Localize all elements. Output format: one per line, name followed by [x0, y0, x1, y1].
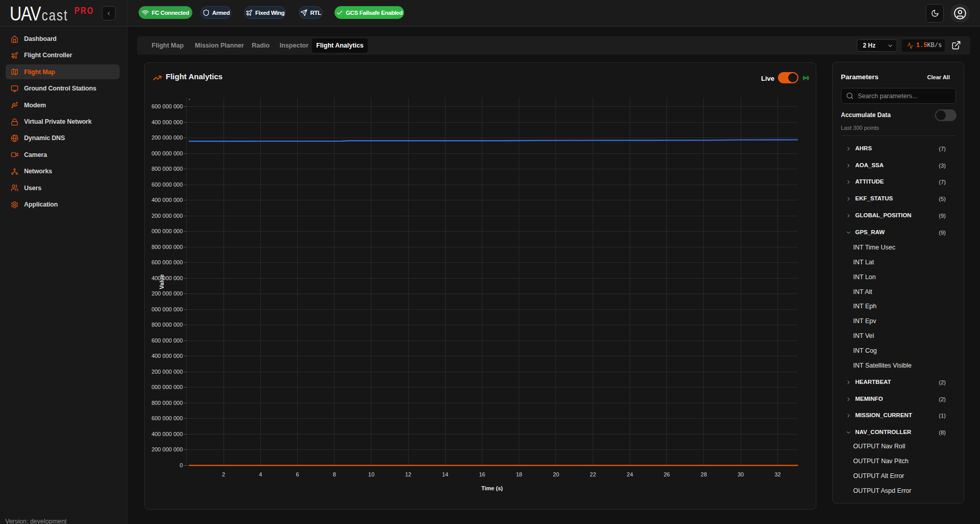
svg-text:12: 12	[405, 471, 411, 477]
svg-text:14: 14	[442, 471, 448, 477]
svg-text:8: 8	[333, 471, 336, 477]
svg-text:000 000 000: 000 000 000	[151, 228, 183, 234]
svg-text:0: 0	[180, 462, 183, 468]
svg-text:600 000 000: 600 000 000	[151, 103, 183, 109]
svg-text:Time (s): Time (s)	[481, 485, 503, 491]
svg-text:30: 30	[738, 471, 744, 477]
svg-text:400 000 000: 400 000 000	[151, 119, 183, 125]
svg-text:000 000 000: 000 000 000	[151, 384, 183, 390]
svg-text:18: 18	[516, 471, 522, 477]
svg-text:600 000 000: 600 000 000	[151, 181, 183, 188]
svg-text:400 000 000: 400 000 000	[151, 275, 183, 281]
svg-text:32: 32	[774, 471, 781, 477]
svg-text:000 000 000: 000 000 000	[151, 306, 183, 312]
svg-text:16: 16	[479, 471, 485, 477]
svg-text:Value: Value	[159, 275, 165, 289]
svg-text:24: 24	[627, 471, 633, 477]
svg-text:400 000 000: 400 000 000	[151, 353, 183, 359]
svg-text:200 000 000: 200 000 000	[151, 213, 183, 219]
svg-text:800 000 000: 800 000 000	[151, 322, 183, 328]
svg-text:600 000 000: 600 000 000	[151, 415, 183, 421]
svg-text:800 000 000: 800 000 000	[151, 166, 183, 172]
svg-text:200 000 000: 200 000 000	[151, 369, 183, 375]
svg-text:800 000 000: 800 000 000	[151, 244, 183, 250]
svg-text:200 000 000: 200 000 000	[151, 290, 183, 297]
svg-text:10: 10	[368, 471, 374, 477]
svg-text:22: 22	[590, 471, 596, 477]
svg-text:28: 28	[701, 471, 707, 477]
svg-text:200 000 000: 200 000 000	[151, 134, 183, 141]
svg-text:600 000 000: 600 000 000	[151, 259, 183, 265]
svg-text:4: 4	[259, 471, 262, 477]
svg-text:800 000 000: 800 000 000	[151, 400, 183, 406]
svg-text:600 000 000: 600 000 000	[151, 337, 183, 344]
svg-text:400 000 000: 400 000 000	[151, 431, 183, 437]
svg-text:6: 6	[296, 471, 299, 477]
svg-text:2: 2	[222, 471, 225, 477]
svg-text:20: 20	[553, 471, 559, 477]
svg-text:26: 26	[663, 471, 670, 477]
svg-text:400 000 000: 400 000 000	[151, 197, 183, 203]
svg-text:200 000 000: 200 000 000	[151, 446, 183, 452]
svg-text:000 000 000: 000 000 000	[151, 150, 183, 156]
